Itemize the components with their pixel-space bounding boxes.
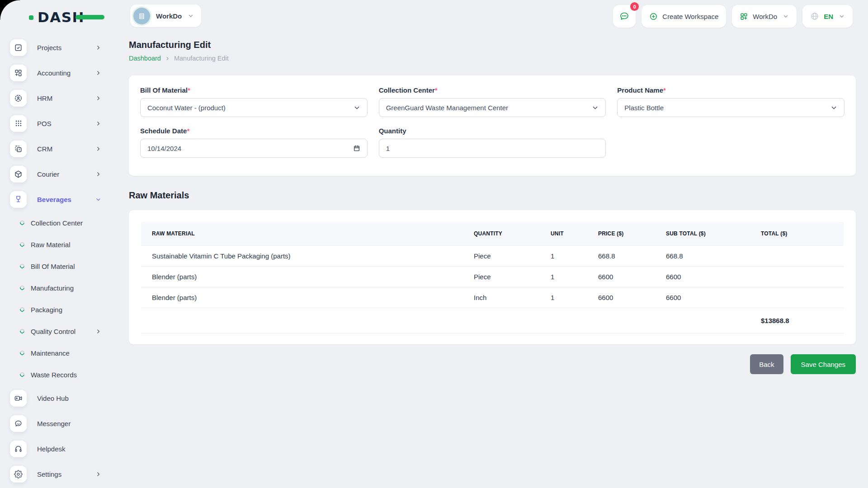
bill-of-material-field: Bill Of Material* Coconut Water - (produ… [140, 86, 368, 117]
sidebar-subitem-packaging[interactable]: Packaging [10, 299, 115, 320]
cell-sub-total: 6600 [653, 287, 748, 308]
workspace-name: WorkDo [156, 12, 182, 20]
bullet-icon [19, 350, 25, 356]
cell-price: 6600 [585, 287, 653, 308]
language-menu-button[interactable]: EN [802, 5, 853, 28]
cell-price: 668.8 [585, 246, 653, 267]
sidebar-item-crm[interactable]: CRM [10, 136, 115, 161]
total-row-spacer [141, 308, 748, 333]
bullet-icon [19, 371, 25, 378]
grid-plus-icon [740, 12, 748, 21]
sidebar-subitem-maintenance[interactable]: Maintenance [10, 342, 115, 364]
sidebar-item-hrm[interactable]: HRM [10, 85, 115, 111]
cell-quantity: Inch [461, 287, 538, 308]
column-header-unit: UNIT [538, 222, 585, 246]
cell-quantity: Piece [461, 267, 538, 287]
field-label: Bill Of Material* [140, 86, 368, 94]
collection-center-select[interactable]: GreenGuard Waste Management Center [379, 98, 606, 117]
sidebar-item-label: Projects [37, 44, 61, 52]
breadcrumb-chevron-icon [165, 56, 170, 61]
sidebar-item-helpdesk[interactable]: Helpdesk [10, 436, 115, 461]
dash-logo[interactable]: DASH [29, 9, 85, 25]
raw-materials-table: RAW MATERIAL QUANTITY UNIT PRICE ($) SUB… [141, 222, 844, 333]
table-row: Blender (parts) Inch 1 6600 6600 [141, 287, 844, 308]
column-header-sub-total: SUB TOTAL ($) [653, 222, 748, 246]
select-value: Plastic Bottle [624, 104, 664, 112]
sidebar-subitem-quality-control[interactable]: Quality Control [10, 320, 115, 342]
product-name-select[interactable]: Plastic Bottle [617, 98, 844, 117]
messenger-icon [10, 415, 27, 432]
page-title: Manufacturing Edit [129, 39, 856, 51]
field-label: Product Name* [617, 86, 844, 94]
cell-material: Blender (parts) [141, 287, 461, 308]
chevron-right-icon [95, 45, 101, 51]
sidebar-item-settings[interactable]: Settings [10, 461, 115, 487]
chevron-right-icon [95, 95, 101, 101]
sidebar-item-projects[interactable]: Projects [10, 35, 115, 60]
chevron-down-icon [783, 13, 789, 19]
cell-unit: 1 [538, 267, 585, 287]
projects-icon [10, 39, 27, 56]
sidebar-item-label: Messenger [37, 420, 71, 427]
save-changes-button[interactable]: Save Changes [791, 354, 856, 374]
sidebar-subitem-bill-of-material[interactable]: Bill Of Material [10, 255, 115, 277]
main-content: Manufacturing Edit Dashboard Manufacturi… [129, 33, 856, 374]
workdo-menu-label: WorkDo [753, 13, 777, 20]
sidebar-item-beverages[interactable]: Beverages [10, 187, 115, 212]
breadcrumb-dashboard-link[interactable]: Dashboard [129, 55, 161, 62]
sidebar-subitem-manufacturing[interactable]: Manufacturing [10, 277, 115, 299]
sidebar-subitem-raw-material[interactable]: Raw Material [10, 234, 115, 255]
messages-badge: 0 [630, 2, 639, 11]
topbar: DASH WorkDo 0 Create Workspace [0, 0, 868, 33]
manufacturing-form-card: Bill Of Material* Coconut Water - (produ… [129, 75, 856, 176]
quantity-field: Quantity [379, 127, 606, 158]
chevron-down-icon [839, 13, 845, 19]
create-workspace-button[interactable]: Create Workspace [642, 5, 726, 28]
cell-material: Sustainable Vitamin C Tube Packaging (pa… [141, 246, 461, 267]
select-value: Coconut Water - (product) [147, 104, 226, 112]
back-button[interactable]: Back [750, 354, 783, 374]
table-row: Blender (parts) Piece 1 6600 6600 [141, 267, 844, 287]
globe-icon [810, 12, 819, 21]
schedule-date-input[interactable]: 10/14/2024 [140, 139, 368, 158]
cell-total [748, 287, 844, 308]
sidebar-subitem-collection-center[interactable]: Collection Center [10, 212, 115, 234]
required-asterisk: * [188, 86, 190, 94]
sidebar-item-accounting[interactable]: Accounting [10, 60, 115, 85]
messages-button[interactable]: 0 [613, 5, 636, 28]
workdo-menu-button[interactable]: WorkDo [732, 5, 797, 28]
cell-unit: 1 [538, 287, 585, 308]
bill-of-material-select[interactable]: Coconut Water - (product) [140, 98, 368, 117]
workspace-switcher[interactable]: WorkDo [130, 5, 201, 27]
building-icon [137, 12, 146, 20]
field-label: Quantity [379, 127, 606, 135]
grand-total-value: $13868.8 [748, 308, 844, 333]
logo-dot-icon [29, 15, 33, 20]
collection-center-field: Collection Center* GreenGuard Waste Mana… [379, 86, 606, 117]
cell-total [748, 246, 844, 267]
sidebar-item-label: Courier [37, 170, 59, 178]
hrm-icon [10, 90, 27, 107]
sidebar-subitem-waste-records[interactable]: Waste Records [10, 364, 115, 385]
sidebar-item-courier[interactable]: Courier [10, 161, 115, 187]
field-label: Collection Center* [379, 86, 606, 94]
cell-total [748, 267, 844, 287]
sidebar-subitem-label: Manufacturing [31, 284, 74, 292]
sidebar-item-label: Video Hub [37, 394, 69, 402]
bullet-icon [19, 263, 25, 269]
logo-dash-icon [75, 15, 104, 19]
product-name-field: Product Name* Plastic Bottle [617, 86, 844, 117]
chevron-right-icon [95, 70, 101, 76]
schedule-date-field: Schedule Date* 10/14/2024 [140, 127, 368, 158]
sidebar: Projects Accounting HRM POS CRM Cou [0, 33, 115, 488]
sidebar-item-messenger[interactable]: Messenger [10, 411, 115, 436]
required-asterisk: * [663, 86, 666, 94]
sidebar-subitem-label: Bill Of Material [31, 263, 75, 270]
sidebar-item-label: POS [37, 120, 52, 127]
sidebar-item-video-hub[interactable]: Video Hub [10, 385, 115, 411]
cell-price: 6600 [585, 267, 653, 287]
quantity-input[interactable] [379, 139, 606, 158]
breadcrumb: Dashboard Manufacturing Edit [129, 55, 856, 62]
sidebar-item-pos[interactable]: POS [10, 111, 115, 136]
select-value: GreenGuard Waste Management Center [386, 104, 508, 112]
